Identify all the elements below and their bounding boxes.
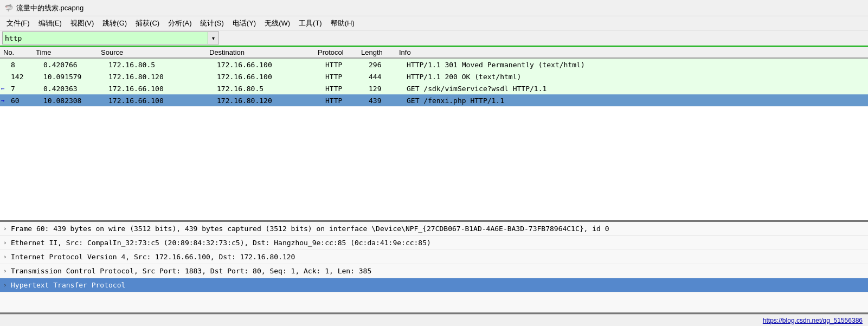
table-row[interactable]: 14210.091579172.16.80.120172.16.66.100HT… bbox=[0, 71, 868, 82]
col-header-info: Info bbox=[397, 48, 867, 56]
packet-rows: 80.420766172.16.80.5172.16.66.100HTTP296… bbox=[0, 59, 868, 106]
cell-info: HTTP/1.1 301 Moved Permanently (text/htm… bbox=[404, 61, 867, 69]
cell-dest: 172.16.66.100 bbox=[215, 73, 323, 81]
cell-info: GET /sdk/vimService?wsdl HTTP/1.1 bbox=[404, 85, 867, 93]
cell-proto: HTTP bbox=[323, 85, 367, 93]
col-header-no: No. bbox=[1, 48, 34, 56]
menu-item[interactable]: 分析(A) bbox=[164, 17, 196, 29]
cell-len: 444 bbox=[367, 73, 404, 81]
menu-item[interactable]: 捕获(C) bbox=[131, 17, 164, 29]
detail-text: Frame 60: 439 bytes on wire (3512 bits),… bbox=[11, 225, 609, 233]
menu-bar: 文件(F)编辑(E)视图(V)跳转(G)捕获(C)分析(A)统计(S)电话(Y)… bbox=[0, 16, 868, 30]
menu-item[interactable]: 电话(Y) bbox=[228, 17, 260, 29]
cell-proto: HTTP bbox=[323, 61, 367, 69]
filter-input[interactable] bbox=[3, 34, 208, 42]
cell-time: 0.420766 bbox=[41, 61, 106, 69]
detail-row[interactable]: ›Transmission Control Protocol, Src Port… bbox=[0, 264, 868, 278]
cell-source: 172.16.66.100 bbox=[106, 85, 215, 93]
detail-row[interactable]: ›Hypertext Transfer Protocol bbox=[0, 278, 868, 292]
filter-dropdown-button[interactable]: ▾ bbox=[208, 32, 218, 44]
packet-list-header: No. Time Source Destination Protocol Len… bbox=[0, 47, 868, 59]
cell-proto: HTTP bbox=[323, 97, 367, 105]
col-header-dest: Destination bbox=[207, 48, 316, 56]
cell-no: 142 bbox=[9, 73, 41, 81]
cell-time: 10.082308 bbox=[41, 97, 106, 105]
filter-input-wrapper[interactable]: ▾ bbox=[2, 31, 219, 44]
cell-no: 7 bbox=[9, 85, 41, 93]
cell-time: 10.091579 bbox=[41, 73, 106, 81]
detail-text: Hypertext Transfer Protocol bbox=[11, 281, 125, 289]
status-bar: https://blog.csdn.net/qq_51556386 bbox=[0, 314, 868, 326]
menu-item[interactable]: 工具(T) bbox=[294, 17, 326, 29]
cell-len: 129 bbox=[367, 85, 404, 93]
status-link[interactable]: https://blog.csdn.net/qq_51556386 bbox=[763, 317, 863, 324]
table-row[interactable]: 80.420766172.16.80.5172.16.66.100HTTP296… bbox=[0, 59, 868, 71]
col-header-proto: Protocol bbox=[316, 48, 359, 56]
filter-bar: ▾ bbox=[0, 30, 868, 47]
cell-dest: 172.16.66.100 bbox=[215, 61, 323, 69]
cell-proto: HTTP bbox=[323, 73, 367, 81]
expand-icon: › bbox=[3, 239, 11, 246]
detail-text: Internet Protocol Version 4, Src: 172.16… bbox=[11, 253, 295, 261]
expand-icon: › bbox=[3, 225, 11, 232]
table-row[interactable]: →6010.082308172.16.66.100172.16.80.120HT… bbox=[0, 94, 868, 106]
col-header-source: Source bbox=[99, 48, 207, 56]
detail-rows: ›Frame 60: 439 bytes on wire (3512 bits)… bbox=[0, 222, 868, 292]
detail-text: Transmission Control Protocol, Src Port:… bbox=[11, 267, 371, 275]
detail-row[interactable]: ›Frame 60: 439 bytes on wire (3512 bits)… bbox=[0, 222, 868, 236]
cell-no: 60 bbox=[9, 97, 41, 105]
cell-source: 172.16.80.5 bbox=[106, 61, 215, 69]
cell-info: HTTP/1.1 200 OK (text/html) bbox=[404, 73, 867, 81]
menu-item[interactable]: 统计(S) bbox=[196, 17, 228, 29]
detail-text: Ethernet II, Src: CompalIn_32:73:c5 (20:… bbox=[11, 239, 431, 247]
expand-icon: › bbox=[3, 253, 11, 260]
detail-row[interactable]: ›Ethernet II, Src: CompalIn_32:73:c5 (20… bbox=[0, 236, 868, 250]
menu-item[interactable]: 文件(F) bbox=[2, 17, 34, 29]
cell-len: 439 bbox=[367, 97, 404, 105]
app-icon: 🦈 bbox=[4, 4, 13, 12]
row-direction-icon: → bbox=[1, 97, 9, 104]
expand-icon: › bbox=[3, 282, 11, 289]
title-bar: 🦈 流量中的线索.pcapng bbox=[0, 0, 868, 16]
cell-time: 0.420363 bbox=[41, 85, 106, 93]
col-header-time: Time bbox=[34, 48, 99, 56]
cell-len: 296 bbox=[367, 61, 404, 69]
row-direction-icon: ← bbox=[1, 85, 9, 92]
detail-row[interactable]: ›Internet Protocol Version 4, Src: 172.1… bbox=[0, 250, 868, 264]
menu-item[interactable]: 帮助(H) bbox=[326, 17, 359, 29]
cell-info: GET /fenxi.php HTTP/1.1 bbox=[404, 97, 867, 105]
menu-item[interactable]: 无线(W) bbox=[260, 17, 294, 29]
menu-item[interactable]: 编辑(E) bbox=[34, 17, 66, 29]
expand-icon: › bbox=[3, 267, 11, 274]
title-text: 流量中的线索.pcapng bbox=[16, 3, 83, 13]
cell-dest: 172.16.80.5 bbox=[215, 85, 323, 93]
cell-dest: 172.16.80.120 bbox=[215, 97, 323, 105]
cell-source: 172.16.66.100 bbox=[106, 97, 215, 105]
packet-details-container: ›Frame 60: 439 bytes on wire (3512 bits)… bbox=[0, 222, 868, 314]
cell-source: 172.16.80.120 bbox=[106, 73, 215, 81]
menu-item[interactable]: 视图(V) bbox=[66, 17, 98, 29]
menu-item[interactable]: 跳转(G) bbox=[98, 17, 131, 29]
col-header-len: Length bbox=[359, 48, 397, 56]
packet-list-container: No. Time Source Destination Protocol Len… bbox=[0, 47, 868, 222]
table-row[interactable]: ←70.420363172.16.66.100172.16.80.5HTTP12… bbox=[0, 82, 868, 94]
cell-no: 8 bbox=[9, 61, 41, 69]
